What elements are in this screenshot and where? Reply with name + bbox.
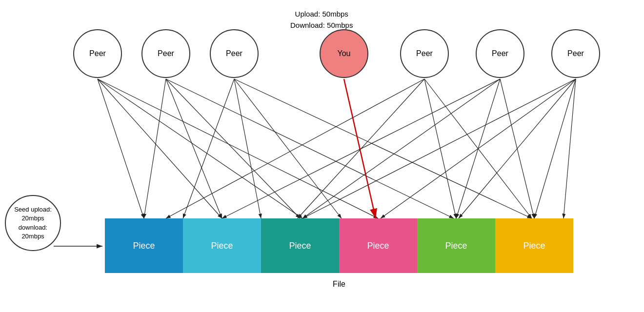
svg-line-7	[166, 79, 222, 218]
svg-line-5	[98, 79, 378, 218]
svg-line-18	[222, 79, 500, 218]
svg-line-23	[381, 79, 576, 218]
upload-label: Upload: 50mbps	[290, 9, 353, 20]
svg-line-22	[302, 79, 576, 218]
svg-line-13	[234, 79, 532, 218]
peer-node-1: Peer	[73, 29, 122, 78]
seed-node: Seed upload: 20mbps download: 20mbps	[5, 195, 61, 251]
piece-block-3: Piece	[261, 218, 339, 273]
svg-line-12	[234, 79, 342, 218]
peer-node-6: Peer	[551, 29, 600, 78]
svg-line-4	[98, 79, 302, 218]
you-node: You	[320, 29, 368, 78]
peer-node-4: Peer	[400, 29, 449, 78]
piece-block-2: Piece	[183, 218, 261, 273]
svg-line-24	[459, 79, 576, 218]
svg-line-2	[98, 79, 144, 218]
peer-node-2: Peer	[141, 29, 190, 78]
svg-line-6	[144, 79, 166, 218]
piece-block-4: Piece	[339, 218, 417, 273]
svg-line-9	[166, 79, 454, 218]
piece-block-1: Piece	[105, 218, 183, 273]
file-label: File	[105, 280, 573, 289]
diagram-container: Upload: 50mbps Download: 50mbps Peer Pee…	[0, 0, 644, 312]
svg-line-14	[166, 79, 424, 218]
peer-node-3: Peer	[210, 29, 259, 78]
you-info-label: Upload: 50mbps Download: 50mbps	[290, 9, 353, 31]
peer-node-5: Peer	[476, 29, 524, 78]
you-arrow	[344, 79, 376, 218]
piece-block-5: Piece	[417, 218, 495, 273]
svg-line-3	[98, 79, 222, 218]
piece-block-6: Piece	[495, 218, 573, 273]
svg-line-19	[302, 79, 500, 218]
svg-line-8	[166, 79, 300, 218]
